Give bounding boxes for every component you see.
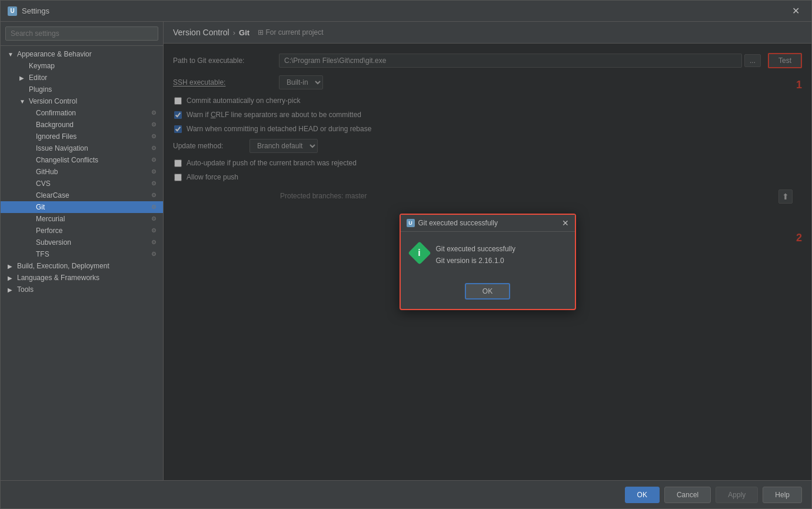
sidebar-item-plugins[interactable]: Plugins [1, 84, 163, 95]
sidebar-item-version-control[interactable]: ▼ Version Control [1, 95, 163, 107]
settings-icon: ⚙ [151, 145, 158, 152]
sidebar-item-keymap[interactable]: Keymap [1, 60, 163, 72]
sidebar-item-label: CVS [36, 179, 51, 188]
dialog-ok-button[interactable]: OK [465, 283, 510, 300]
checkbox-crlf-row: Warn if CRLF line separators are about t… [173, 111, 802, 119]
sidebar-item-subversion[interactable]: Subversion ⚙ [1, 237, 163, 248]
protected-branches-row: Protected branches: master ⬆ [173, 187, 802, 211]
sidebar-item-label: Mercurial [36, 215, 65, 223]
settings-icon: ⚙ [151, 157, 158, 164]
update-method-row: Update method: Branch default Merge Reba… [173, 139, 802, 153]
sidebar-item-issue-navigation[interactable]: Issue Navigation ⚙ [1, 142, 163, 154]
breadcrumb-separator: › [233, 28, 235, 37]
sidebar-item-label: Editor [29, 74, 47, 82]
update-method-select[interactable]: Branch default Merge Rebase [249, 139, 318, 153]
checkbox-auto-update[interactable] [174, 159, 182, 167]
sidebar-item-editor[interactable]: ▶ Editor [1, 72, 163, 84]
annotation-1: 1 [796, 79, 802, 91]
sidebar-item-label: Perforce [36, 227, 62, 235]
browse-button[interactable]: ... [744, 54, 761, 67]
close-button[interactable]: ✕ [787, 3, 804, 19]
sidebar-item-build[interactable]: ▶ Build, Execution, Deployment [1, 260, 163, 272]
apply-button[interactable]: Apply [716, 487, 758, 503]
sidebar-item-appearance[interactable]: ▼ Appearance & Behavior [1, 48, 163, 60]
ssh-row: SSH executable: Built-in Native [173, 75, 802, 89]
sidebar-item-github[interactable]: GitHub ⚙ [1, 166, 163, 178]
git-path-input[interactable] [279, 54, 742, 68]
sidebar-item-label: Issue Navigation [36, 144, 88, 152]
settings-icon: ⚙ [151, 180, 158, 187]
sidebar-item-label: Plugins [29, 85, 52, 94]
sidebar: ▼ Appearance & Behavior Keymap ▶ Editor … [1, 22, 164, 480]
expand-arrow: ▶ [19, 75, 26, 81]
sidebar-item-label: Background [36, 121, 74, 129]
sidebar-item-ignored-files[interactable]: Ignored Files ⚙ [1, 131, 163, 142]
checkbox-cherry-pick[interactable] [174, 97, 182, 105]
dialog-title-text: Git executed successfully [418, 219, 498, 227]
checkbox-auto-update-row: Auto-update if push of the current branc… [173, 159, 802, 167]
git-path-row: Path to Git executable: ... Test [173, 53, 802, 68]
expand-arrow: ▶ [8, 287, 15, 293]
checkbox-crlf[interactable] [174, 111, 182, 119]
success-dialog: U Git executed successfully ✕ i [400, 214, 576, 310]
sidebar-item-git[interactable]: Git ⚙ [1, 201, 163, 213]
sidebar-item-label: Languages & Frameworks [17, 274, 99, 282]
bottom-bar: OK Cancel Apply Help [1, 480, 811, 508]
checkbox-force-push[interactable] [174, 174, 182, 181]
settings-icon: ⚙ [151, 215, 158, 222]
cancel-button[interactable]: Cancel [664, 487, 711, 503]
sidebar-item-perforce[interactable]: Perforce ⚙ [1, 225, 163, 237]
help-button[interactable]: Help [763, 487, 802, 503]
search-input[interactable] [5, 26, 158, 41]
sidebar-item-background[interactable]: Background ⚙ [1, 119, 163, 131]
checkbox-auto-update-label: Auto-update if push of the current branc… [187, 159, 357, 167]
sidebar-item-label: Subversion [36, 238, 71, 247]
settings-icon: ⚙ [151, 239, 158, 246]
breadcrumb-current: Git [239, 28, 249, 37]
settings-window: U Settings ✕ ▼ Appearance & Behavior Key… [0, 0, 812, 509]
sidebar-item-mercurial[interactable]: Mercurial ⚙ [1, 213, 163, 225]
sidebar-item-clearcase[interactable]: ClearCase ⚙ [1, 189, 163, 201]
checkbox-cherry-pick-label: Commit automatically on cherry-pick [187, 97, 300, 105]
settings-icon: ⚙ [151, 251, 158, 258]
path-label: Path to Git executable: [173, 56, 279, 65]
sidebar-item-label: Version Control [29, 97, 77, 105]
protected-branches-label: Protected branches: master [280, 192, 367, 200]
info-letter: i [418, 248, 420, 258]
checkbox-force-push-label: Allow force push [187, 173, 238, 181]
sidebar-item-label: TFS [36, 250, 49, 258]
ssh-label: SSH executable: [173, 78, 279, 87]
sidebar-item-confirmation[interactable]: Confirmation ⚙ [1, 107, 163, 119]
settings-icon: ⚙ [151, 192, 158, 199]
checkbox-detached-head[interactable] [174, 125, 182, 133]
dialog-footer: OK [401, 278, 575, 309]
dialog-overlay: U Git executed successfully ✕ i [164, 44, 811, 480]
sidebar-item-label: Git [36, 203, 45, 211]
add-protected-branch-button[interactable]: ⬆ [778, 189, 793, 204]
sidebar-item-changelist-conflicts[interactable]: Changelist Conflicts ⚙ [1, 154, 163, 166]
sidebar-item-label: GitHub [36, 168, 58, 176]
settings-icon: ⚙ [151, 204, 158, 211]
ssh-select[interactable]: Built-in Native [279, 75, 323, 89]
dialog-close-button[interactable]: ✕ [562, 218, 569, 228]
sidebar-item-label: Confirmation [36, 109, 76, 117]
breadcrumb-parent: Version Control [173, 28, 229, 37]
expand-arrow: ▶ [8, 275, 15, 281]
app-icon: U [8, 6, 17, 16]
settings-icon: ⚙ [151, 133, 158, 140]
sidebar-item-cvs[interactable]: CVS ⚙ [1, 178, 163, 189]
sidebar-item-label: Ignored Files [36, 132, 76, 141]
ok-button[interactable]: OK [625, 487, 660, 503]
sidebar-item-languages[interactable]: ▶ Languages & Frameworks [1, 272, 163, 284]
sidebar-item-tools[interactable]: ▶ Tools [1, 284, 163, 295]
checkbox-cherry-pick-row: Commit automatically on cherry-pick [173, 97, 802, 105]
sidebar-item-tfs[interactable]: TFS ⚙ [1, 248, 163, 260]
sidebar-item-label: ClearCase [36, 191, 69, 199]
test-button[interactable]: Test [768, 53, 802, 68]
sidebar-item-label: Keymap [29, 62, 55, 70]
settings-icon: ⚙ [151, 168, 158, 175]
dialog-title-area: U Git executed successfully [407, 219, 498, 227]
dialog-titlebar: U Git executed successfully ✕ [401, 215, 575, 232]
main-panel: Version Control › Git ⊞ For current proj… [164, 22, 811, 480]
sidebar-item-label: Appearance & Behavior [17, 50, 92, 58]
